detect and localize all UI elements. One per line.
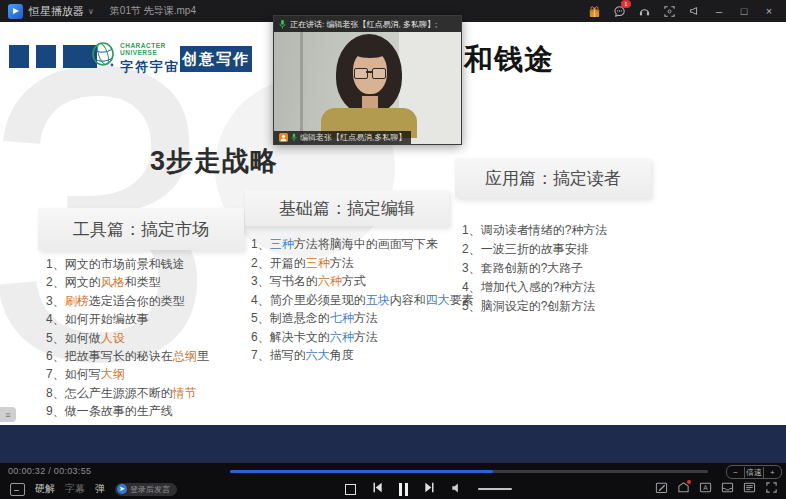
column-header: 基础篇：搞定编辑 — [245, 190, 449, 226]
presenter-glasses — [372, 68, 386, 79]
list-item: 1、三种方法将脑海中的画面写下来 — [251, 235, 449, 254]
speed-minus-button[interactable]: − — [727, 467, 744, 478]
speed-label[interactable]: 倍速 — [744, 467, 763, 478]
update-icon[interactable] — [677, 481, 690, 494]
progress-bar[interactable] — [230, 470, 708, 473]
maximize-button[interactable]: □ — [737, 5, 751, 17]
hw-decode-toggle[interactable]: 硬解 — [35, 482, 55, 496]
brand-cn: 字符宇宙 — [120, 58, 186, 76]
globe-logo-icon — [90, 40, 117, 74]
left-controls: 硬解 字幕 弹 ➤ 登录后发言 — [10, 479, 177, 499]
playback-controls — [345, 479, 512, 499]
list-item: 5、如何做人设 — [46, 329, 244, 347]
stop-button[interactable] — [345, 484, 356, 495]
subtitle-toggle[interactable]: 字幕 — [65, 482, 85, 496]
list-item: 1、调动读者情绪的?种方法 — [462, 221, 651, 240]
speed-control: − 倍速 + — [726, 465, 782, 479]
list-item: 4、如何开始编故事 — [46, 310, 244, 328]
danmaku-toggle[interactable]: 弹 — [95, 482, 105, 496]
playlist-icon[interactable] — [743, 481, 756, 494]
side-panel-handle[interactable]: ≡ — [0, 407, 16, 422]
chevron-down-icon[interactable]: ∨ — [88, 7, 94, 16]
column-tools: 工具篇：搞定市场 1、网文的市场前景和钱途2、网文的风格和类型3、刷榜选定适合你… — [38, 208, 244, 421]
presenter-glasses — [354, 68, 368, 79]
mini-player-icon[interactable] — [10, 483, 25, 496]
presenter-hair — [350, 42, 390, 58]
right-controls: A — [655, 481, 778, 494]
column-header: 应用篇：搞定读者 — [455, 158, 651, 198]
brand-en: CHARACTER UNIVERSE — [120, 42, 186, 56]
list-item: 4、简介里必须呈现的五块内容和四大要素 — [251, 291, 449, 310]
list-item: 6、解决卡文的六种方法 — [251, 328, 449, 347]
list-item: 4、增加代入感的?种方法 — [462, 278, 651, 297]
player-controls: 00:00:32 / 00:03:55 − 倍速 + 硬解 字幕 弹 ➤ 登录后… — [0, 463, 786, 499]
list-item: 2、开篇的三种方法 — [251, 254, 449, 273]
red-dot-badge — [687, 480, 691, 484]
creative-writing-tab: 创意写作 — [180, 46, 252, 72]
list-item: 3、刷榜选定适合你的类型 — [46, 292, 244, 310]
control-row: 硬解 字幕 弹 ➤ 登录后发言 — [0, 479, 786, 499]
login-to-comment-button[interactable]: ➤ 登录后发言 — [115, 483, 177, 496]
mic-icon — [279, 19, 286, 30]
list-item: 2、一波三折的故事安排 — [462, 240, 651, 259]
presenter-glasses — [366, 71, 372, 73]
speed-plus-button[interactable]: + — [764, 467, 781, 478]
list-item: 2、网文的风格和类型 — [46, 273, 244, 291]
previous-button[interactable] — [371, 480, 384, 498]
player-window: 恒星播放器 ∨ 第01节 先导课.mp4 1 – □ × — [0, 0, 786, 499]
logo-bar — [9, 45, 29, 68]
speaking-banner: 正在讲话: 编辑老张【红点易消, 多私聊】; — [274, 16, 461, 32]
next-button[interactable] — [423, 480, 436, 498]
column-basics: 基础篇：搞定编辑 1、三种方法将脑海中的画面写下来2、开篇的三种方法3、写书名的… — [245, 190, 449, 365]
letterbox-band — [0, 425, 786, 463]
drawer-icon[interactable] — [721, 481, 734, 494]
app-logo-icon[interactable] — [8, 4, 23, 19]
avatar-icon — [279, 133, 288, 142]
mic-icon — [291, 133, 297, 142]
column-list: 1、调动读者情绪的?种方法2、一波三折的故事安排3、套路创新的?大路子4、增加代… — [455, 221, 651, 316]
volume-icon[interactable] — [451, 480, 463, 498]
fullscreen-icon[interactable] — [765, 481, 778, 494]
list-item: 1、网文的市场前景和钱途 — [46, 255, 244, 273]
send-icon: ➤ — [117, 484, 127, 494]
column-list: 1、网文的市场前景和钱途2、网文的风格和类型3、刷榜选定适合你的类型4、如何开始… — [38, 255, 244, 421]
progress-fill — [230, 470, 493, 473]
titlebar-actions: 1 – □ × — [587, 4, 786, 18]
subtitle-icon[interactable]: A — [699, 481, 712, 494]
login-pill-label: 登录后发言 — [130, 484, 170, 495]
app-name[interactable]: 恒星播放器 — [29, 4, 84, 19]
brand-text: CHARACTER UNIVERSE 字符宇宙 — [120, 42, 186, 76]
list-item: 7、描写的六大角度 — [251, 346, 449, 365]
gift-icon[interactable] — [587, 4, 601, 18]
column-list: 1、三种方法将脑海中的画面写下来2、开篇的三种方法3、写书名的六种方式4、简介里… — [245, 235, 449, 365]
slide-title-fragment: 和钱途 — [464, 40, 554, 80]
time-display: 00:00:32 / 00:03:55 — [8, 466, 91, 476]
volume-slider[interactable] — [478, 488, 512, 490]
speaker-name-label: 编辑老张【红点易消,多私聊】 — [274, 131, 411, 144]
speaking-banner-text: 正在讲话: 编辑老张【红点易消, 多私聊】; — [290, 19, 437, 30]
logo-bar — [36, 45, 56, 68]
pause-button[interactable] — [399, 483, 408, 496]
close-button[interactable]: × — [762, 5, 776, 17]
notes-icon[interactable] — [655, 481, 668, 494]
column-application: 应用篇：搞定读者 1、调动读者情绪的?种方法2、一波三折的故事安排3、套路创新的… — [455, 158, 651, 316]
webcam-overlay[interactable]: 正在讲话: 编辑老张【红点易消, 多私聊】; 编辑老张【红点易消,多私聊】 — [273, 15, 462, 145]
column-header: 工具篇：搞定市场 — [38, 208, 244, 250]
list-item: 6、把故事写长的秘诀在总纲里 — [46, 347, 244, 365]
list-item: 9、做一条故事的生产线 — [46, 402, 244, 420]
messages-icon[interactable]: 1 — [612, 4, 626, 18]
screenshot-icon[interactable] — [662, 4, 676, 18]
speaker-name-text: 编辑老张【红点易消,多私聊】 — [300, 132, 406, 143]
video-filename: 第01节 先导课.mp4 — [110, 4, 196, 18]
notification-badge: 1 — [621, 0, 631, 8]
list-item: 7、如何写大纲 — [46, 365, 244, 383]
megaphone-icon[interactable] — [687, 4, 701, 18]
list-item: 5、脑洞设定的?创新方法 — [462, 297, 651, 316]
list-item: 3、套路创新的?大路子 — [462, 259, 651, 278]
headset-icon[interactable] — [637, 4, 651, 18]
video-stage: 3 CHARACTER UNIVERSE 字符宇宙 创意写作 和钱途 3步走战略… — [0, 22, 786, 499]
list-item: 8、怎么产生源源不断的情节 — [46, 384, 244, 402]
minimize-button[interactable]: – — [712, 5, 726, 17]
svg-text:A: A — [703, 484, 708, 492]
webcam-background — [300, 16, 303, 144]
